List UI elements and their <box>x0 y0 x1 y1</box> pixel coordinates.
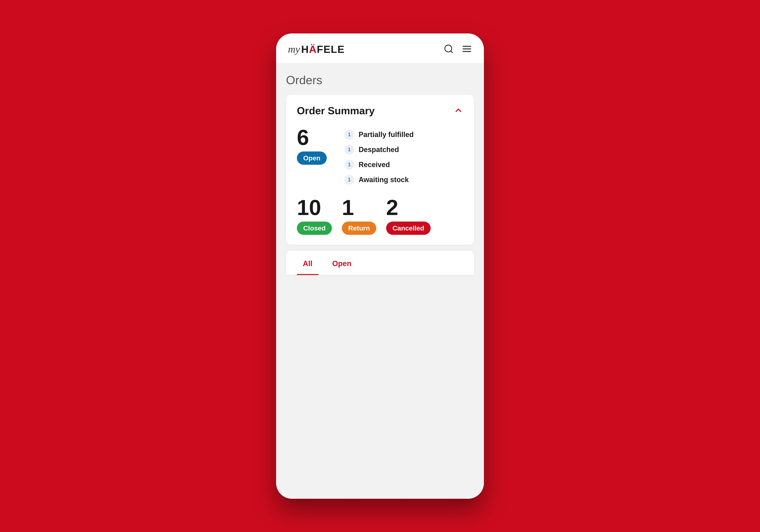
status-count-badge: 1 <box>344 130 354 140</box>
cancelled-count: 2 <box>386 197 398 218</box>
cancelled-badge[interactable]: Cancelled <box>386 221 431 235</box>
header-icons <box>444 44 472 55</box>
search-icon[interactable] <box>444 44 454 55</box>
cancelled-summary: 2 Cancelled <box>386 197 431 235</box>
status-label-awaiting-stock: Awaiting stock <box>358 175 409 184</box>
summary-open-row: 6 Open 1 Partially fulfilled 1 Despatche… <box>297 126 463 185</box>
status-label-despatched: Despatched <box>358 146 399 154</box>
closed-summary: 10 Closed <box>297 197 332 235</box>
tabs-card: All Open <box>286 251 474 275</box>
status-despatched: 1 Despatched <box>344 145 463 155</box>
open-summary: 6 Open <box>297 126 336 185</box>
card-header: Order Summary <box>297 105 463 117</box>
header: my HÄFELE <box>276 33 484 63</box>
tab-open[interactable]: Open <box>326 251 357 275</box>
svg-line-1 <box>451 51 452 53</box>
phone-frame: my HÄFELE Orders Or <box>276 33 484 499</box>
status-partially-fulfilled: 1 Partially fulfilled <box>344 130 463 140</box>
chevron-up-icon[interactable] <box>453 106 463 116</box>
status-awaiting-stock: 1 Awaiting stock <box>344 175 463 185</box>
page-content: Orders Order Summary 6 Open 1 <box>276 63 484 499</box>
page-title: Orders <box>286 73 474 87</box>
open-count: 6 <box>297 126 309 148</box>
status-count-badge: 1 <box>344 145 354 155</box>
tabs-row: All Open <box>297 251 463 275</box>
status-list: 1 Partially fulfilled 1 Despatched 1 Rec… <box>344 126 463 185</box>
status-received: 1 Received <box>344 160 463 170</box>
tab-all[interactable]: All <box>297 251 318 275</box>
logo-hafele: HÄFELE <box>301 43 345 55</box>
logo: my HÄFELE <box>288 43 345 55</box>
return-count: 1 <box>342 197 354 218</box>
order-summary-card: Order Summary 6 Open 1 Partially fulfill… <box>286 95 474 245</box>
return-summary: 1 Return <box>342 197 376 235</box>
return-badge[interactable]: Return <box>342 221 376 235</box>
status-label-received: Received <box>358 161 390 169</box>
status-count-badge: 1 <box>344 160 354 170</box>
card-title: Order Summary <box>297 105 375 117</box>
status-label-partially-fulfilled: Partially fulfilled <box>358 130 414 139</box>
menu-icon[interactable] <box>462 44 472 55</box>
closed-count: 10 <box>297 197 321 218</box>
logo-my: my <box>288 43 300 55</box>
summary-bottom-row: 10 Closed 1 Return 2 Cancelled <box>297 197 463 235</box>
open-badge[interactable]: Open <box>297 152 327 165</box>
status-count-badge: 1 <box>344 175 354 185</box>
closed-badge[interactable]: Closed <box>297 221 332 235</box>
